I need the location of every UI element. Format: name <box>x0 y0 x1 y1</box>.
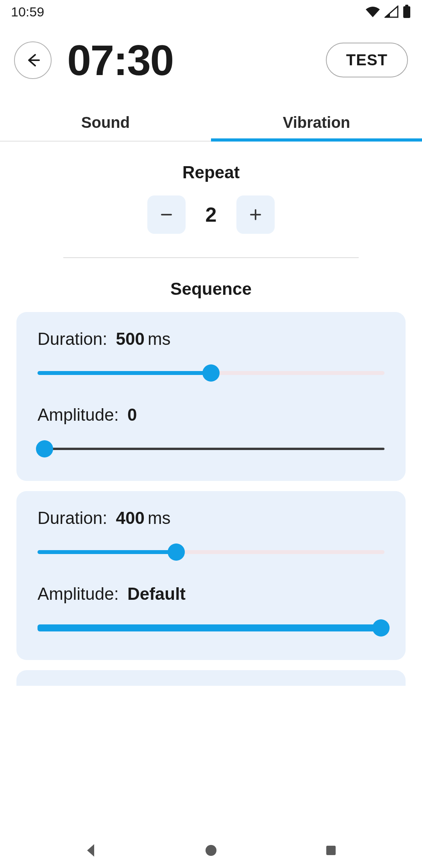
slider-thumb[interactable] <box>202 364 220 382</box>
test-button[interactable]: TEST <box>326 43 408 77</box>
header: 07:30 TEST <box>0 23 422 104</box>
slider-thumb[interactable] <box>372 619 390 637</box>
divider <box>63 257 359 258</box>
tab-sound[interactable]: Sound <box>0 104 211 141</box>
repeat-increment-button[interactable] <box>236 195 275 234</box>
alarm-time: 07:30 <box>67 35 310 85</box>
repeat-stepper: 2 <box>16 195 406 234</box>
slider-track <box>38 448 384 450</box>
repeat-title: Repeat <box>16 163 406 182</box>
duration-label: Duration: <box>38 508 107 528</box>
arrow-left-icon <box>24 52 41 69</box>
slider-fill <box>38 624 381 631</box>
content: Repeat 2 Sequence Duration: 500 ms Ampli… <box>0 142 422 686</box>
duration-slider[interactable] <box>38 543 384 561</box>
duration-unit: ms <box>148 508 171 528</box>
svg-rect-1 <box>405 5 408 7</box>
amplitude-slider[interactable] <box>38 440 384 457</box>
plus-icon <box>248 207 263 222</box>
nav-back-icon[interactable] <box>82 842 100 859</box>
duration-slider[interactable] <box>38 364 384 382</box>
amplitude-slider[interactable] <box>38 619 384 637</box>
battery-icon <box>402 5 411 19</box>
amplitude-label: Amplitude: <box>38 405 119 425</box>
nav-home-icon[interactable] <box>202 842 220 859</box>
amplitude-label: Amplitude: <box>38 584 119 604</box>
duration-value: 500 <box>116 329 145 349</box>
svg-rect-6 <box>326 846 336 855</box>
signal-icon <box>384 5 399 18</box>
android-nav-bar <box>0 833 422 868</box>
amplitude-value: Default <box>127 584 186 604</box>
repeat-value: 2 <box>201 203 221 226</box>
sequence-title: Sequence <box>16 279 406 299</box>
duration-unit: ms <box>148 329 171 349</box>
slider-fill <box>38 371 211 375</box>
svg-rect-0 <box>403 6 410 18</box>
back-button[interactable] <box>14 41 52 79</box>
amplitude-row: Amplitude: 0 <box>38 405 384 425</box>
duration-value: 400 <box>116 508 145 528</box>
duration-label: Duration: <box>38 329 107 349</box>
duration-row: Duration: 500 ms <box>38 329 384 349</box>
tabs: Sound Vibration <box>0 104 422 142</box>
amplitude-row: Amplitude: Default <box>38 584 384 604</box>
svg-point-5 <box>206 845 216 856</box>
wifi-icon <box>365 5 381 18</box>
sequence-card: Duration: 500 ms Amplitude: 0 <box>16 312 406 481</box>
status-icons <box>365 5 411 19</box>
sequence-card-peek <box>16 670 406 686</box>
repeat-decrement-button[interactable] <box>147 195 186 234</box>
tab-vibration[interactable]: Vibration <box>211 104 422 141</box>
amplitude-value: 0 <box>127 405 137 425</box>
nav-recent-icon[interactable] <box>322 842 340 859</box>
minus-icon <box>159 207 174 222</box>
slider-fill <box>38 550 176 554</box>
sequence-card: Duration: 400 ms Amplitude: Default <box>16 491 406 660</box>
status-bar: 10:59 <box>0 0 422 23</box>
duration-row: Duration: 400 ms <box>38 508 384 528</box>
slider-thumb[interactable] <box>168 543 185 561</box>
slider-thumb[interactable] <box>36 440 53 457</box>
status-clock: 10:59 <box>11 4 44 20</box>
